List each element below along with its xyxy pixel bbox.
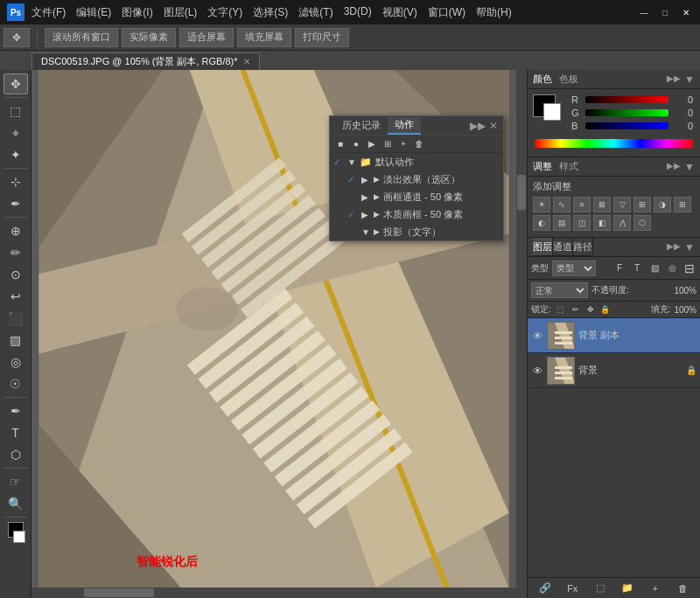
fill-value[interactable]: 100% bbox=[674, 305, 696, 315]
layer-visibility-0[interactable]: 👁 bbox=[531, 330, 543, 342]
layer-item-0[interactable]: 👁 背景 副本 bbox=[528, 318, 700, 353]
menu-window[interactable]: 窗口(W) bbox=[428, 5, 466, 20]
filter-icon-2[interactable]: T bbox=[630, 261, 644, 275]
layer-type-select[interactable]: 类型 bbox=[552, 261, 596, 276]
green-value[interactable]: 0 bbox=[672, 108, 693, 118]
menu-edit[interactable]: 编辑(E) bbox=[76, 5, 111, 20]
delete-layer-icon[interactable]: 🗑 bbox=[675, 581, 690, 596]
scroll-all-button[interactable]: 滚动所有窗口 bbox=[45, 28, 118, 47]
menu-help[interactable]: 帮助(H) bbox=[476, 5, 512, 20]
dodge-tool[interactable]: ☉ bbox=[4, 373, 28, 394]
curves-adj-icon[interactable]: ∿ bbox=[553, 197, 570, 212]
move-tool-button[interactable]: ✥ bbox=[4, 28, 30, 47]
filter-icon-4[interactable]: ◎ bbox=[665, 261, 679, 275]
lasso-tool[interactable]: ⌖ bbox=[4, 122, 28, 143]
channel-mix-adj-icon[interactable]: ⊞ bbox=[674, 197, 691, 212]
path-tool[interactable]: ✒ bbox=[4, 400, 28, 421]
record-icon[interactable]: ● bbox=[349, 137, 363, 151]
scrollbar-thumb-v[interactable] bbox=[517, 175, 526, 210]
lock-all-icon[interactable]: 🔒 bbox=[599, 303, 612, 316]
panel-menu-icon[interactable]: ▶▶ bbox=[470, 120, 486, 132]
fill-screen-button[interactable]: 填充屏幕 bbox=[237, 28, 291, 47]
add-effect-icon[interactable]: Fx bbox=[564, 581, 580, 596]
adj-panel-arrow[interactable]: ▼ bbox=[684, 161, 695, 173]
threshold-adj-icon[interactable]: ⋀ bbox=[613, 215, 631, 231]
actions-tab[interactable]: 动作 bbox=[388, 117, 421, 135]
action-expand-2[interactable]: ▶ bbox=[361, 192, 370, 202]
delete-action-icon[interactable]: 🗑 bbox=[412, 137, 426, 151]
move-tool[interactable]: ✥ bbox=[4, 73, 28, 94]
maximize-button[interactable]: □ bbox=[658, 5, 672, 19]
channels-tab[interactable]: 通道 bbox=[553, 238, 573, 255]
swatches-tab[interactable]: 色板 bbox=[559, 73, 578, 86]
action-expand-1[interactable]: ▶ bbox=[361, 175, 370, 184]
new-set-icon[interactable]: ⊞ bbox=[381, 137, 395, 151]
blue-value[interactable]: 0 bbox=[672, 121, 693, 131]
new-layer-icon[interactable]: + bbox=[648, 581, 663, 596]
healing-tool[interactable]: ⊕ bbox=[4, 220, 28, 241]
eraser-tool[interactable]: ⬛ bbox=[4, 308, 28, 329]
hue-adj-icon[interactable]: ⊠ bbox=[593, 197, 611, 212]
actual-pixels-button[interactable]: 实际像素 bbox=[122, 28, 176, 47]
posterize-adj-icon[interactable]: ◧ bbox=[593, 215, 611, 231]
lock-position-icon[interactable]: ✥ bbox=[584, 303, 597, 316]
layers-tab[interactable]: 图层 bbox=[533, 238, 553, 255]
wand-tool[interactable]: ✦ bbox=[4, 144, 28, 165]
levels-adj-icon[interactable]: ≡ bbox=[573, 197, 591, 212]
minimize-button[interactable]: — bbox=[637, 5, 651, 19]
exposure-adj-icon[interactable]: ◐ bbox=[533, 215, 550, 231]
brightness-adj-icon[interactable]: ☀ bbox=[533, 197, 550, 212]
stop-icon[interactable]: ■ bbox=[333, 137, 347, 151]
layers-panel-menu[interactable]: ▶▶ bbox=[667, 241, 681, 254]
gradient-map-adj-icon[interactable]: ▤ bbox=[553, 215, 570, 231]
layer-visibility-1[interactable]: 👁 bbox=[531, 365, 543, 377]
vibrance-adj-icon[interactable]: ▽ bbox=[613, 197, 631, 212]
action-item-1[interactable]: ✓ ▶ ▶ 淡出效果（选区） bbox=[330, 170, 503, 188]
clone-tool[interactable]: ⊙ bbox=[4, 264, 28, 285]
bw-adj-icon[interactable]: ◑ bbox=[654, 197, 671, 212]
filter-icon-1[interactable]: F bbox=[612, 261, 626, 275]
color-panel-menu[interactable]: ▶▶ bbox=[667, 73, 681, 86]
filter-icon-3[interactable]: ▨ bbox=[648, 261, 662, 275]
history-brush-tool[interactable]: ↩ bbox=[4, 286, 28, 307]
eyedropper-tool[interactable]: ✒ bbox=[4, 193, 28, 214]
gradient-tool[interactable]: ▨ bbox=[4, 330, 28, 351]
color-balance-adj-icon[interactable]: ⊞ bbox=[634, 197, 651, 212]
scrollbar-thumb-h[interactable] bbox=[84, 588, 154, 597]
red-value[interactable]: 0 bbox=[672, 94, 693, 105]
menu-text[interactable]: 文字(Y) bbox=[207, 5, 242, 20]
color-panel-arrow[interactable]: ▼ bbox=[684, 73, 695, 86]
print-size-button[interactable]: 打印尺寸 bbox=[295, 28, 349, 47]
fit-screen-button[interactable]: 适合屏幕 bbox=[179, 28, 234, 47]
adj-panel-menu[interactable]: ▶▶ bbox=[667, 161, 681, 173]
tab-close-button[interactable]: ✕ bbox=[243, 57, 250, 66]
new-action-icon[interactable]: + bbox=[396, 137, 410, 151]
opacity-value[interactable]: 100% bbox=[666, 286, 696, 296]
zoom-tool[interactable]: 🔍 bbox=[4, 493, 28, 514]
menu-view[interactable]: 视图(V) bbox=[382, 5, 417, 20]
menu-layer[interactable]: 图层(L) bbox=[164, 5, 198, 20]
adjustments-tab[interactable]: 调整 bbox=[533, 160, 552, 173]
play-icon[interactable]: ▶ bbox=[365, 137, 379, 151]
layers-panel-arrow[interactable]: ▼ bbox=[684, 241, 695, 254]
background-color[interactable] bbox=[13, 531, 25, 543]
lock-image-icon[interactable]: ✏ bbox=[570, 303, 582, 316]
lock-transparent-icon[interactable]: ⬚ bbox=[555, 303, 567, 316]
type-tool[interactable]: T bbox=[4, 422, 28, 443]
link-layers-icon[interactable]: 🔗 bbox=[537, 581, 553, 596]
action-item-4[interactable]: ✓ ▼ ▶ 投影（文字） bbox=[330, 223, 503, 240]
action-expand-0[interactable]: ▼ bbox=[347, 157, 356, 167]
invert-adj-icon[interactable]: ◫ bbox=[573, 215, 591, 231]
action-expand-4[interactable]: ▼ bbox=[361, 227, 370, 237]
action-expand-3[interactable]: ▶ bbox=[361, 210, 370, 219]
menu-filter[interactable]: 滤镜(T) bbox=[298, 5, 332, 20]
new-group-icon[interactable]: 📁 bbox=[620, 581, 635, 596]
brush-tool[interactable]: ✏ bbox=[4, 242, 28, 263]
shape-tool[interactable]: ⬡ bbox=[4, 444, 28, 465]
document-tab[interactable]: DSC00519.JPG @ 105% (背景 副本, RGB/8)* ✕ bbox=[32, 52, 260, 70]
action-item-3[interactable]: ✓ ▶ ▶ 木质画框 - 50 像素 bbox=[330, 205, 503, 223]
filter-toggle[interactable]: ⊟ bbox=[682, 261, 696, 275]
menu-select[interactable]: 选择(S) bbox=[253, 5, 288, 20]
action-item-2[interactable]: ✓ ▶ ▶ 画框通道 - 50 像素 bbox=[330, 188, 503, 205]
marquee-tool[interactable]: ⬚ bbox=[4, 101, 28, 122]
